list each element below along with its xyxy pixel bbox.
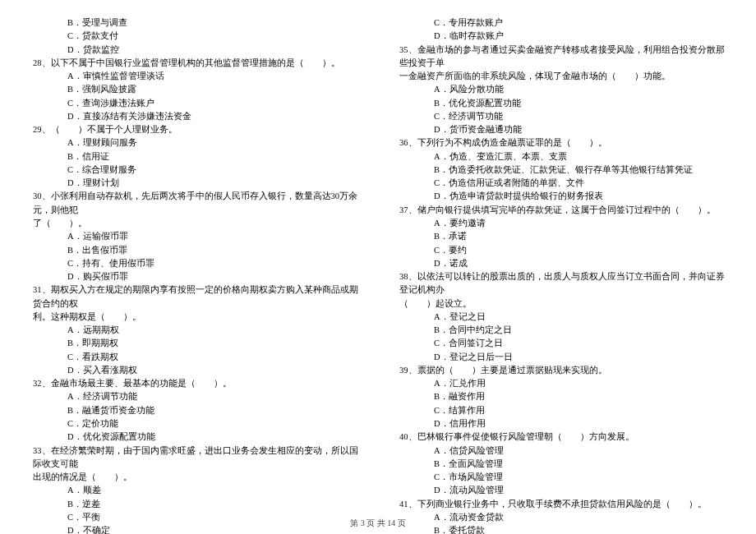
q36-opt-b: B．伪造委托收款凭证、汇款凭证、银行存单等其他银行结算凭证 (390, 163, 733, 177)
q38-cont: （ ）起设立。 (390, 297, 733, 311)
q40-stem: 40、巴林银行事件促使银行风险管理朝（ ）方向发展。 (390, 430, 733, 444)
q37-opt-a: A．要约邀请 (390, 217, 733, 230)
q33-opt-b: B．逆差 (23, 498, 366, 511)
q39-opt-b: B．融资作用 (390, 390, 733, 403)
page-footer: 第 3 页 共 14 页 (0, 518, 756, 529)
q30-opt-a: A．运输假币罪 (23, 230, 366, 243)
q33-cont: 出现的情况是（ ）。 (23, 471, 366, 484)
q30-opt-c: C．持有、使用假币罪 (23, 257, 366, 270)
q36-opt-c: C．伪造信用证或者附随的单据、文件 (390, 177, 733, 190)
q35-opt-a: A．风险分散功能 (390, 83, 733, 96)
q36-opt-a: A．伪造、变造汇票、本票、支票 (390, 150, 733, 163)
q38-opt-a: A．登记之日 (390, 311, 733, 324)
q33-opt-a: A．顺差 (23, 484, 366, 497)
q31-opt-a: A．远期期权 (23, 324, 366, 337)
q40-opt-b: B．全面风险管理 (390, 458, 733, 471)
q31-cont: 利。这种期权是（ ）。 (23, 311, 366, 324)
q28-opt-a: A．审慎性监督管理谈话 (23, 70, 366, 83)
q28-opt-d: D．直接冻结有关涉嫌违法资金 (23, 110, 366, 123)
q37-opt-b: B．承诺 (390, 230, 733, 243)
q31-stem: 31、期权买入方在规定的期限内享有按照一定的价格向期权卖方购入某种商品或期货合约… (23, 283, 366, 311)
q30-opt-b: B．出售假币罪 (23, 244, 366, 257)
q38-opt-c: C．合同签订之日 (390, 337, 733, 350)
q40-opt-a: A．信贷风险管理 (390, 444, 733, 458)
q39-opt-a: A．汇兑作用 (390, 377, 733, 390)
q38-stem: 38、以依法可以转让的股票出质的，出质人与质权人应当订立书面合同，并向证券登记机… (390, 270, 733, 297)
q37-opt-c: C．要约 (390, 244, 733, 257)
q34-opt-d: D．临时存款账户 (390, 30, 733, 43)
q32-opt-c: C．定价功能 (23, 417, 366, 430)
q35-opt-c: C．经济调节功能 (390, 110, 733, 123)
q27-opt-b: B．受理与调查 (23, 16, 366, 30)
q31-opt-b: B．即期期权 (23, 337, 366, 350)
right-column: C．专用存款账户 D．临时存款账户 35、金融市场的参与者通过买卖金融资产转移或… (390, 16, 733, 534)
q39-stem: 39、票据的（ ）主要是通过票据贴现来实现的。 (390, 364, 733, 377)
q36-stem: 36、下列行为不构成伪造金融票证罪的是（ ）。 (390, 136, 733, 150)
q30-stem: 30、小张利用自动存款机，先后两次将手中的假人民币存入银行，数量高达30万余元，… (23, 190, 366, 217)
q29-opt-c: C．综合理财服务 (23, 163, 366, 177)
q32-opt-a: A．经济调节功能 (23, 390, 366, 403)
q32-opt-b: B．融通货币资金功能 (23, 404, 366, 417)
q37-opt-d: D．诺成 (390, 257, 733, 270)
q29-opt-d: D．理财计划 (23, 177, 366, 190)
q35-cont: 一金融资产所面临的非系统风险，体现了金融市场的（ ）功能。 (390, 70, 733, 83)
q39-opt-d: D．信用作用 (390, 417, 733, 430)
q38-opt-d: D．登记之日后一日 (390, 351, 733, 364)
q33-stem: 33、在经济繁荣时期，由于国内需求旺盛，进出口业务会发生相应的变动，所以国际收支… (23, 444, 366, 472)
q35-stem: 35、金融市场的参与者通过买卖金融资产转移或者接受风险，利用组合投资分散那些投资… (390, 44, 733, 71)
q41-stem: 41、下列商业银行业务中，只收取手续费不承担贷款信用风险的是（ ）。 (390, 498, 733, 511)
left-column: B．受理与调查 C．贷款支付 D．贷款监控 28、以下不属于中国银行业监督管理机… (23, 16, 366, 534)
q29-stem: 29、（ ）不属于个人理财业务。 (23, 123, 366, 136)
q32-stem: 32、金融市场最主要、最基本的功能是（ ）。 (23, 377, 366, 390)
q30-cont: 了（ ）。 (23, 217, 366, 230)
q30-opt-d: D．购买假币罪 (23, 270, 366, 283)
q40-opt-c: C．市场风险管理 (390, 471, 733, 484)
q37-stem: 37、储户向银行提供填写完毕的存款凭证，这属于合同签订过程中的（ ）。 (390, 204, 733, 217)
q32-opt-d: D．优化资源配置功能 (23, 430, 366, 444)
q40-opt-d: D．流动风险管理 (390, 484, 733, 497)
q35-opt-b: B．优化资源配置功能 (390, 97, 733, 110)
q29-opt-b: B．信用证 (23, 150, 366, 163)
q29-opt-a: A．理财顾问服务 (23, 136, 366, 150)
q31-opt-d: D．买入看涨期权 (23, 364, 366, 377)
q38-opt-b: B．合同中约定之日 (390, 324, 733, 337)
q36-opt-d: D．伪造申请贷款时提供给银行的财务报表 (390, 190, 733, 203)
q27-opt-d: D．贷款监控 (23, 44, 366, 57)
q28-opt-b: B．强制风险披露 (23, 83, 366, 96)
q39-opt-c: C．结算作用 (390, 404, 733, 417)
q27-opt-c: C．贷款支付 (23, 30, 366, 43)
q28-stem: 28、以下不属于中国银行业监督管理机构的其他监督管理措施的是（ ）。 (23, 57, 366, 70)
q35-opt-d: D．货币资金融通功能 (390, 123, 733, 136)
q28-opt-c: C．查询涉嫌违法账户 (23, 97, 366, 110)
two-column-layout: B．受理与调查 C．贷款支付 D．贷款监控 28、以下不属于中国银行业监督管理机… (23, 16, 733, 534)
q34-opt-c: C．专用存款账户 (390, 16, 733, 30)
q31-opt-c: C．看跌期权 (23, 351, 366, 364)
